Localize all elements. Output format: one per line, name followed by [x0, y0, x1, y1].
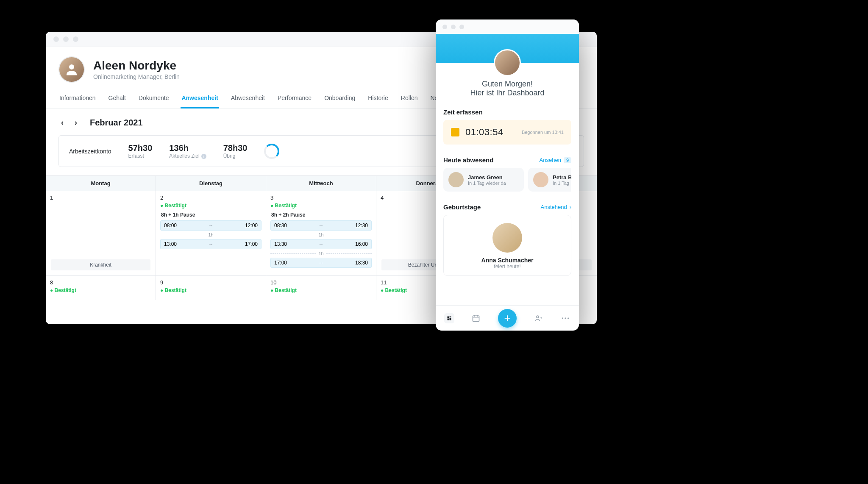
- tab-onboarding[interactable]: Onboarding: [323, 90, 356, 108]
- tab-abwesenheit[interactable]: Abwesenheit: [230, 90, 266, 108]
- info-icon[interactable]: i: [201, 154, 206, 159]
- arrow-right-icon: →: [319, 260, 324, 266]
- schedule-label: 8h + 2h Pause: [271, 212, 372, 218]
- tab-gehalt[interactable]: Gehalt: [108, 90, 127, 108]
- day-number: 3: [270, 195, 372, 201]
- erfasst-caption: Erfasst: [128, 153, 153, 159]
- avatar: [533, 172, 548, 187]
- bday-heading: Geburtstage: [443, 203, 481, 211]
- time-block[interactable]: 17:00 → 18:30: [270, 258, 372, 268]
- calendar-day[interactable]: 8 Bestätigt: [46, 276, 156, 300]
- time-block[interactable]: 08:00 → 12:00: [160, 220, 262, 231]
- traffic-light-close-icon[interactable]: [442, 25, 447, 29]
- nav-dashboard-icon[interactable]: [444, 313, 454, 323]
- absent-sub: In 1 Tag: [553, 181, 571, 186]
- traffic-light-minimize-icon[interactable]: [451, 25, 456, 29]
- nav-people-icon[interactable]: [534, 313, 544, 323]
- avatar: [492, 223, 522, 253]
- avatar[interactable]: [58, 56, 85, 83]
- calendar-day[interactable]: 3 Bestätigt 8h + 2h Pause 08:30 → 12:30 …: [266, 191, 376, 276]
- tab-dokumente[interactable]: Dokumente: [138, 90, 170, 108]
- status-badge: Bestätigt: [160, 287, 262, 293]
- weekday-col: Dienstag: [156, 176, 266, 191]
- bday-sub: feiert heute!: [448, 264, 567, 270]
- stop-timer-button[interactable]: [451, 128, 459, 136]
- schedule-label: 8h + 1h Pause: [161, 212, 262, 218]
- svg-rect-2: [449, 316, 451, 317]
- status-badge: Bestätigt: [270, 287, 372, 293]
- fab-add-button[interactable]: +: [498, 309, 517, 328]
- greeting-line2: Hier ist Ihr Dashboard: [444, 89, 570, 97]
- break-label: 1h: [270, 251, 372, 256]
- nav-calendar-icon[interactable]: [471, 313, 481, 323]
- break-label: 1h: [270, 232, 372, 237]
- weekday-col: Montag: [46, 176, 156, 191]
- absent-card[interactable]: Petra Ba In 1 Tag: [528, 168, 571, 192]
- bday-card[interactable]: Anna Schumacher feiert heute!: [443, 215, 571, 276]
- arbeitszeitkonto-label: Arbeitszeitkonto: [69, 148, 111, 155]
- status-badge: Bestätigt: [270, 203, 372, 209]
- event-banner[interactable]: Krankheit: [51, 259, 150, 270]
- uebrig-caption: Übrig: [223, 153, 248, 159]
- svg-rect-5: [473, 316, 479, 321]
- uebrig-value: 78h30: [223, 143, 248, 153]
- svg-point-6: [537, 316, 539, 318]
- tab-informationen[interactable]: Informationen: [58, 90, 97, 108]
- tab-anwesenheit[interactable]: Anwesenheit: [181, 90, 219, 108]
- erfasst-value: 57h30: [128, 143, 153, 153]
- absent-name: Petra Ba: [553, 174, 571, 181]
- month-label: Februar 2021: [90, 118, 143, 128]
- svg-point-9: [568, 317, 569, 319]
- prev-month-button[interactable]: ‹: [58, 119, 66, 127]
- svg-rect-4: [447, 318, 449, 320]
- greeting: Guten Morgen! Hier ist Ihr Dashboard: [436, 80, 579, 104]
- bday-upcoming-link[interactable]: Anstehend ›: [540, 204, 571, 210]
- absent-view-all-link[interactable]: Ansehen 9: [540, 157, 571, 163]
- day-number: 8: [50, 279, 151, 286]
- weekday-col: Mittwoch: [266, 176, 376, 191]
- time-block[interactable]: 08:30 → 12:30: [270, 220, 372, 231]
- day-number: 9: [160, 279, 262, 286]
- day-number: 2: [160, 195, 262, 201]
- timer-caption: Begonnen um 10:41: [522, 130, 564, 135]
- next-month-button[interactable]: ›: [72, 119, 80, 127]
- arrow-right-icon: →: [209, 223, 214, 228]
- ziel-caption: Aktuelles Zieli: [169, 153, 206, 159]
- calendar-day[interactable]: 2 Bestätigt 8h + 1h Pause 08:00 → 12:00 …: [156, 191, 266, 276]
- status-badge: Bestätigt: [50, 287, 151, 293]
- ziel-value: 136h: [169, 143, 206, 153]
- nav-more-icon[interactable]: [560, 313, 570, 323]
- traffic-light-close-icon[interactable]: [53, 36, 59, 42]
- absent-heading: Heute abwesend: [443, 156, 493, 164]
- time-block[interactable]: 13:30 → 16:00: [270, 239, 372, 249]
- calendar-day[interactable]: 1 Krankheit: [46, 191, 156, 276]
- tab-performance[interactable]: Performance: [277, 90, 312, 108]
- window-chrome: [436, 19, 579, 34]
- arrow-right-icon: →: [319, 223, 324, 228]
- absent-card[interactable]: James Green In 1 Tag wieder da: [443, 168, 524, 192]
- progress-ring-icon: [264, 144, 279, 159]
- time-block[interactable]: 13:00 → 17:00: [160, 239, 262, 249]
- break-label: 1h: [160, 232, 262, 237]
- absent-name: James Green: [468, 174, 506, 181]
- tab-rollen[interactable]: Rollen: [400, 90, 419, 108]
- calendar-day[interactable]: 9 Bestätigt: [156, 276, 266, 300]
- traffic-light-zoom-icon[interactable]: [73, 36, 78, 42]
- traffic-light-zoom-icon[interactable]: [459, 25, 464, 29]
- tab-historie[interactable]: Historie: [367, 90, 389, 108]
- bottom-nav: +: [436, 305, 579, 331]
- arrow-right-icon: →: [209, 241, 214, 247]
- calendar-day[interactable]: 10 Bestätigt: [266, 276, 376, 300]
- svg-rect-1: [447, 316, 449, 318]
- absent-heading-row: Heute abwesend Ansehen 9: [443, 156, 571, 164]
- svg-point-0: [69, 64, 74, 70]
- timer-value: 01:03:54: [465, 127, 504, 138]
- profile-name: Aleen Nordyke: [93, 59, 180, 72]
- traffic-light-minimize-icon[interactable]: [63, 36, 69, 42]
- avatar[interactable]: [494, 49, 521, 76]
- profile-subtitle: Onlinemarketing Manager, Berlin: [93, 73, 180, 80]
- bday-name: Anna Schumacher: [448, 257, 567, 264]
- timer-card[interactable]: 01:03:54 Begonnen um 10:41: [443, 120, 571, 145]
- svg-point-7: [562, 317, 563, 319]
- timer-heading: Zeit erfassen: [443, 108, 571, 116]
